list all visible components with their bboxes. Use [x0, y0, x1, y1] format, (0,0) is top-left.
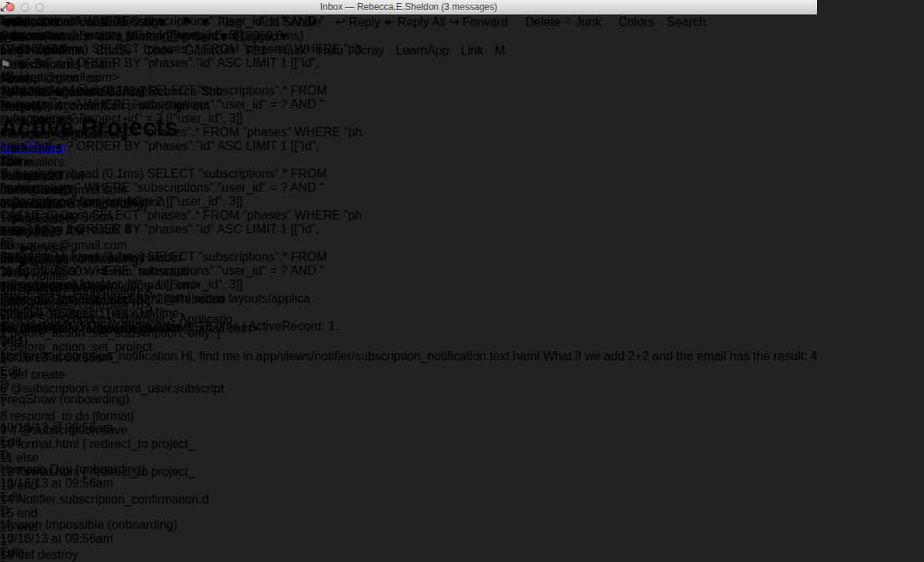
- mail-window-title: Inbox — Rebecca.E.Sheldon (3 messages): [0, 2, 817, 12]
- line-number: 6: [0, 382, 7, 395]
- sent-item[interactable]: Sent▼: [192, 30, 230, 43]
- subject-column-header[interactable]: Subject: [0, 100, 817, 114]
- row-date-day: Today: [0, 225, 33, 238]
- line-number: 15: [0, 507, 14, 520]
- message-body: Notifier#subscription_notification Hi, f…: [0, 350, 817, 363]
- new-message-label: New Message: [88, 15, 166, 28]
- row-to: other-self: [0, 142, 817, 156]
- mail-message-list: mkrsquare@gmail.comother-selfTestToday11…: [0, 128, 817, 294]
- thumbs-down-icon: ☟: [564, 15, 572, 28]
- row-subject: Test: [0, 266, 817, 280]
- line-number: 13: [0, 479, 14, 492]
- message-to: To: other-self <rebecca.e.sheldon@gmail.…: [0, 322, 817, 336]
- code-line: 14 Notifier.subscription_confirmation.d: [0, 493, 236, 507]
- flag-button[interactable]: ⚑: [182, 15, 192, 28]
- code-line: 13 end: [0, 479, 236, 493]
- code-text: def destroy: [14, 548, 79, 561]
- delete-label: Delete: [525, 15, 561, 28]
- row-date-day: Today: [0, 280, 33, 293]
- flag-icon: ⚑: [182, 15, 192, 28]
- line-number: 12: [0, 465, 14, 478]
- line-number: 10: [0, 437, 14, 450]
- get-mail-button[interactable]: ✉: [0, 15, 10, 28]
- show-toggle[interactable]: ▶Show: [0, 30, 40, 43]
- code-line: 16 end: [0, 520, 236, 534]
- message-date: October 16, 2013 11:18 AM: [0, 308, 817, 322]
- code-line: 7: [0, 396, 236, 410]
- reply-all-arrow-icon: ↞: [383, 15, 393, 28]
- code-text: format.html { redirect_to project_: [14, 437, 196, 450]
- chevron-down-icon: ▼: [81, 30, 93, 43]
- reply-label: Reply: [349, 15, 380, 28]
- reply-all-label: Reply All: [397, 15, 445, 28]
- mail-list-row[interactable]: mkrsquare@gmail.comother-selfTestToday11…: [0, 128, 817, 183]
- forward-arrow-icon: ↪: [449, 15, 459, 28]
- reply-button[interactable]: ↩: [335, 15, 345, 28]
- envelope-icon: ✉: [0, 15, 10, 28]
- forward-label: Forward: [463, 15, 508, 28]
- inbox-item[interactable]: Inbox▼: [50, 30, 92, 43]
- mail-toolbar: ✉ Get Mail ✎ New Message ⚑ ▼ Flag Add Se…: [0, 15, 817, 29]
- line-number: 16: [0, 520, 14, 534]
- line-number: 9: [0, 423, 7, 437]
- mail-list-row[interactable]: mkrsquare@gmail.comother-selfTestToday11…: [0, 239, 817, 294]
- code-line: 10 format.html { redirect_to project_: [0, 437, 236, 451]
- code-text: Notifier.subscription_confirmation.d: [14, 493, 209, 506]
- code-line: 9 if @subscription.save: [0, 423, 236, 437]
- row-subject: Test: [0, 211, 817, 225]
- code-line: 6 @subscription = current_user.subscript: [0, 382, 236, 396]
- separator: |: [44, 30, 47, 43]
- line-number: 5: [0, 368, 7, 381]
- code-text: def create: [7, 368, 65, 381]
- to-column-header[interactable]: To: [0, 86, 817, 100]
- line-number: 17: [0, 534, 14, 547]
- code-text: end: [14, 507, 38, 520]
- code-line: 8 respond_to do |format|: [0, 410, 236, 423]
- show-icon: ▶: [0, 30, 9, 43]
- junk-label: Junk: [575, 15, 601, 28]
- row-from: mkrsquare@gmail.com: [0, 183, 817, 197]
- mail-list-row[interactable]: mkrsquare@gmail.comother-selfTestToday11…: [0, 183, 817, 239]
- code-text: else: [13, 451, 39, 464]
- code-text: respond_to do |format|: [7, 410, 134, 423]
- line-number: 18: [0, 548, 14, 561]
- compose-icon: ✎: [74, 15, 84, 28]
- chevron-down-icon: ▼: [218, 30, 230, 43]
- from-column-header[interactable]: From: [0, 72, 817, 86]
- flag-dropdown-button[interactable]: ▼: [196, 15, 214, 28]
- code-line: 5 def create: [0, 368, 236, 382]
- forward-button[interactable]: ↪: [449, 15, 459, 28]
- flagged-item[interactable]: Flagged▼: [233, 30, 290, 43]
- unread-dot-column-header[interactable]: •: [0, 44, 817, 58]
- vips-item[interactable]: VIPs: [96, 30, 122, 43]
- row-to: other-self: [0, 253, 817, 266]
- row-date: Today11:18 AM: [0, 280, 817, 294]
- mail-window: Inbox — Rebecca.E.Sheldon (3 messages) ⤢…: [0, 0, 817, 363]
- search-label: Search: [667, 15, 706, 28]
- row-date-time: 11:22 AM: [33, 225, 84, 238]
- drafts-item[interactable]: Drafts (2)▼: [126, 30, 189, 43]
- flag-column-header[interactable]: ⚑: [0, 58, 817, 72]
- new-message-button[interactable]: ✎: [74, 15, 84, 28]
- code-text: format.html { redirect_to project_: [14, 465, 196, 478]
- date-sent-column-header[interactable]: Date Sent▼: [0, 114, 817, 128]
- reply-all-button[interactable]: ↞: [383, 15, 393, 28]
- mail-titlebar: Inbox — Rebecca.E.Sheldon (3 messages) ⤢: [0, 0, 817, 15]
- code-text: end: [14, 479, 38, 492]
- code-text: @subscription = current_user.subscript: [7, 382, 224, 395]
- code-line: 15 end: [0, 507, 236, 520]
- chevron-down-icon: ▼: [177, 30, 189, 43]
- get-mail-label: Get Mail: [14, 15, 60, 28]
- code-line: 17: [0, 534, 236, 548]
- code-text: end: [14, 520, 38, 534]
- code-line: 12 format.html { redirect_to project_: [0, 465, 236, 479]
- chevron-down-icon: ▼: [199, 15, 211, 28]
- mail-list-header: • ⚑ From To Subject Date Sent▼: [0, 44, 817, 128]
- row-date: Today11:23 AM: [0, 169, 817, 183]
- row-date-time: 11:23 AM: [33, 169, 84, 182]
- row-date-day: Today: [0, 169, 33, 182]
- junk-button[interactable]: ☟: [564, 15, 572, 28]
- chevron-down-icon: ▼: [278, 30, 290, 43]
- row-date-time: 11:18 AM: [33, 280, 84, 293]
- row-from: mkrsquare@gmail.com: [0, 239, 817, 253]
